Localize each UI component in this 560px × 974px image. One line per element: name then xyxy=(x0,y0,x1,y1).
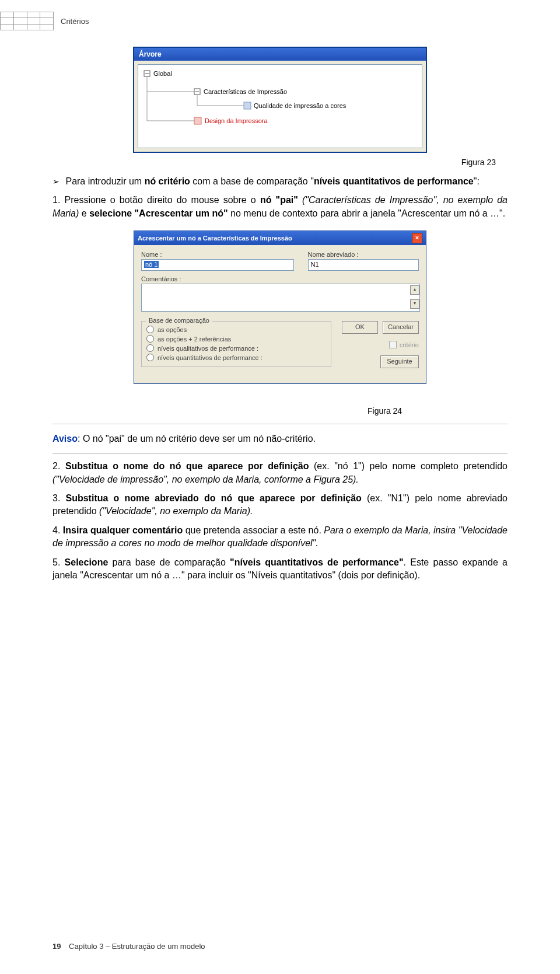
header-label: Critérios xyxy=(61,17,89,26)
step5-b2: "níveis quantitativos de performance" xyxy=(230,557,403,567)
svg-rect-8 xyxy=(244,102,251,109)
step1-t2: e xyxy=(82,208,89,218)
radio-option-1[interactable]: as opções + 2 referências xyxy=(146,335,326,343)
nome-label: Nome : xyxy=(141,251,294,258)
abrev-value: N1 xyxy=(311,261,319,268)
radio-option-0[interactable]: as opções xyxy=(146,326,326,333)
dialog-screenshot: Acrescentar um nó a Características de I… xyxy=(134,231,426,384)
fieldset-legend: Base de comparação xyxy=(146,317,212,324)
step1-t3: no menu de contexto para abrir a janela … xyxy=(228,208,401,218)
step4-t1: que pretenda associar a este nó. xyxy=(183,525,324,535)
coment-textarea[interactable]: ▴ ▾ xyxy=(141,284,420,312)
step4-paragraph: 4. Insira qualquer comentário que preten… xyxy=(52,524,508,550)
coment-label: Comentários : xyxy=(141,275,419,282)
step2-t1: (ex. "nó 1") pelo nome completo pretendi… xyxy=(309,461,508,471)
step1-num: 1. xyxy=(52,195,64,205)
step2-paragraph: 2. Substitua o nome do nó que aparece po… xyxy=(52,460,508,486)
criterio-checkbox: critério xyxy=(389,341,419,348)
divider-top xyxy=(52,424,508,424)
step4-b1: Insira qualquer comentário xyxy=(63,525,183,535)
tree-box: Global Características de Impressão Qual… xyxy=(138,64,422,148)
intro-t1: Para introduzir um xyxy=(65,176,144,186)
step1-b2: selecione "Acrescentar um nó" xyxy=(89,208,228,218)
step5-paragraph: 5. Selecione para base de comparação "ní… xyxy=(52,556,508,582)
step1-b1: nó "pai" xyxy=(260,195,298,205)
tree-node-grandchild: Qualidade de impressão a cores xyxy=(254,102,346,109)
table-icon xyxy=(0,12,54,30)
step1-t1: Pressione o botão direito do mouse sobre… xyxy=(64,195,260,205)
step3-b1: Substitua o nome abreviado do nó que apa… xyxy=(66,493,362,503)
arrow-down-icon[interactable]: ▾ xyxy=(410,299,419,309)
step5-t1: para base de comparação xyxy=(108,557,230,567)
svg-rect-10 xyxy=(194,117,201,124)
step3-paragraph: 3. Substitua o nome abreviado do nó que … xyxy=(52,492,508,518)
tree-panel-title: Árvore xyxy=(134,48,426,61)
tree-node-child1: Características de Impressão xyxy=(204,88,287,95)
page: Critérios Árvore Global Características … xyxy=(0,0,560,974)
step5-b1: Selecione xyxy=(65,557,108,567)
arrow-up-icon[interactable]: ▴ xyxy=(410,285,419,295)
intro-b2: níveis quantitativos de performance xyxy=(314,176,474,186)
aviso-paragraph: Aviso: O nó "pai" de um nó critério deve… xyxy=(52,434,508,444)
step2-i1: ("Velocidade de impressão", no exemplo d… xyxy=(52,474,359,484)
radio-option-2[interactable]: níveis qualitativos de performance : xyxy=(146,344,326,352)
page-header: Critérios xyxy=(0,12,89,30)
tree-svg: Global Características de Impressão Qual… xyxy=(142,68,422,132)
tree-panel-screenshot: Árvore Global Características de Impress… xyxy=(133,47,427,153)
step2-b1: Substitua o nome do nó que aparece por d… xyxy=(65,461,309,471)
intro-t3: ": xyxy=(474,176,480,186)
step2-num: 2. xyxy=(52,461,65,471)
step3-num: 3. xyxy=(52,493,66,503)
figure23-caption: Figura 23 xyxy=(52,158,508,167)
nome-input[interactable]: nó 1 xyxy=(141,259,294,271)
scroll-arrows[interactable]: ▴ ▾ xyxy=(410,285,418,309)
tree-node-child2: Design da Impressora xyxy=(205,117,268,124)
radio-option-3[interactable]: níveis quantitativos de performance : xyxy=(146,354,326,361)
step1-t4: Acrescentar um nó a …". xyxy=(401,208,505,218)
page-footer: 19 Capítulo 3 – Estruturação de um model… xyxy=(52,942,205,951)
dialog-titlebar: Acrescentar um nó a Características de I… xyxy=(134,231,426,245)
step1-paragraph: 1. Pressione o botão direito do mouse so… xyxy=(52,194,508,220)
intro-b1: nó critério xyxy=(145,176,190,186)
abrev-label: Nome abreviado : xyxy=(308,251,419,258)
bullet-icon: ➢ xyxy=(52,176,60,188)
page-number: 19 xyxy=(52,942,61,951)
figure24-caption: Figura 24 xyxy=(52,389,508,416)
intro-paragraph: ➢ Para introduzir um nó critério com a b… xyxy=(52,175,508,188)
step5-num: 5. xyxy=(52,557,65,567)
aviso-text: : O nó "pai" de um nó critério deve ser … xyxy=(78,434,316,444)
dialog-title: Acrescentar um nó a Características de I… xyxy=(138,235,292,242)
nome-value: nó 1 xyxy=(144,261,159,268)
chapter-label: Capítulo 3 – Estruturação de um modelo xyxy=(69,942,205,951)
abrev-input[interactable]: N1 xyxy=(308,259,419,271)
close-icon[interactable]: × xyxy=(412,233,422,243)
intro-t2: com a base de comparação " xyxy=(190,176,314,186)
aviso-label: Aviso xyxy=(52,434,78,444)
divider-bottom xyxy=(52,453,508,454)
ok-button[interactable]: OK xyxy=(342,321,378,334)
cancel-button[interactable]: Cancelar xyxy=(383,321,419,334)
step3-i1: ("Velocidade", no exemplo da Maria). xyxy=(99,506,253,516)
tree-node-root: Global xyxy=(153,70,172,77)
step4-num: 4. xyxy=(52,525,63,535)
seguinte-button[interactable]: Seguinte xyxy=(380,355,419,368)
